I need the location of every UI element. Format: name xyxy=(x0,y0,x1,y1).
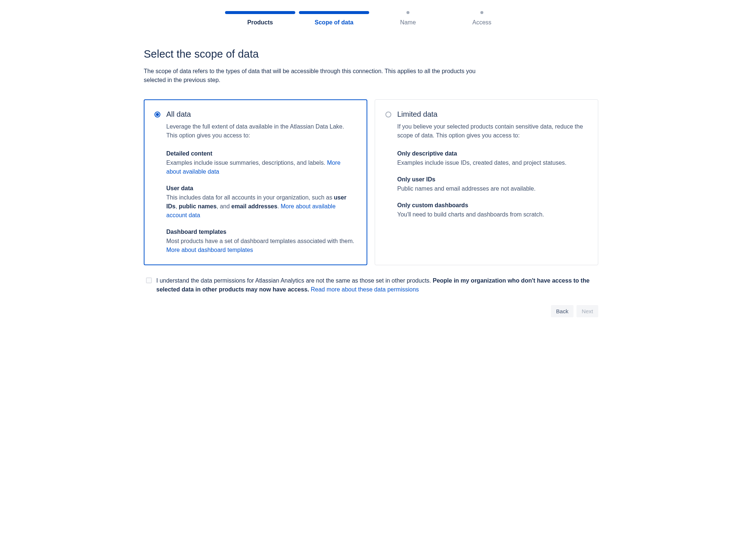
step-label: Name xyxy=(400,19,416,26)
section-body-user-ids: Public names and email addresses are not… xyxy=(397,184,588,193)
section-title-custom-dashboards: Only custom dashboards xyxy=(397,202,588,209)
radio-selected-icon[interactable] xyxy=(154,112,160,117)
section-title-user-ids: Only user IDs xyxy=(397,176,588,183)
link-dashboard-templates[interactable]: More about dashboard templates xyxy=(166,247,253,253)
link-data-permissions[interactable]: Read more about these data permissions xyxy=(311,286,419,293)
section-body-user-data: This includes data for all accounts in y… xyxy=(166,193,357,220)
back-button[interactable]: Back xyxy=(551,305,573,317)
consent-row: I understand the data permissions for At… xyxy=(144,276,598,294)
section-title-detailed: Detailed content xyxy=(166,150,357,157)
stepper: Products Scope of data Name Access xyxy=(144,11,598,26)
step-indicator-upcoming xyxy=(406,11,409,14)
option-limited-data[interactable]: Limited data If you believe your selecte… xyxy=(375,99,598,265)
section-body-detailed: Examples include issue summaries, descri… xyxy=(166,158,357,176)
section-body-descriptive: Examples include issue IDs, created date… xyxy=(397,158,588,167)
scope-options: All data Leverage the full extent of dat… xyxy=(144,99,598,265)
section-body-custom-dashboards: You'll need to build charts and dashboar… xyxy=(397,210,588,219)
radio-unselected-icon[interactable] xyxy=(385,112,391,117)
consent-text: I understand the data permissions for At… xyxy=(156,276,598,294)
option-all-data[interactable]: All data Leverage the full extent of dat… xyxy=(144,99,367,265)
next-button[interactable]: Next xyxy=(576,305,598,317)
step-indicator-upcoming xyxy=(480,11,483,14)
step-products[interactable]: Products xyxy=(225,11,295,26)
page-description: The scope of data refers to the types of… xyxy=(144,67,491,85)
step-indicator-active xyxy=(299,11,369,14)
option-title: All data xyxy=(166,110,357,119)
step-name: Name xyxy=(373,11,443,26)
step-label: Scope of data xyxy=(315,19,354,26)
step-indicator-done xyxy=(225,11,295,14)
option-lead: Leverage the full extent of data availab… xyxy=(166,122,357,140)
step-label: Access xyxy=(472,19,491,26)
section-title-descriptive: Only descriptive data xyxy=(397,150,588,157)
step-access: Access xyxy=(447,11,517,26)
footer-actions: Back Next xyxy=(144,305,598,317)
consent-checkbox[interactable] xyxy=(146,277,152,283)
page-title: Select the scope of data xyxy=(144,48,598,60)
section-body-dashboard-templates: Most products have a set of dashboard te… xyxy=(166,237,357,255)
step-scope-of-data[interactable]: Scope of data xyxy=(299,11,369,26)
section-title-dashboard-templates: Dashboard templates xyxy=(166,229,357,235)
step-label: Products xyxy=(247,19,273,26)
section-title-user-data: User data xyxy=(166,185,357,192)
option-lead: If you believe your selected products co… xyxy=(397,122,588,140)
option-title: Limited data xyxy=(397,110,588,119)
